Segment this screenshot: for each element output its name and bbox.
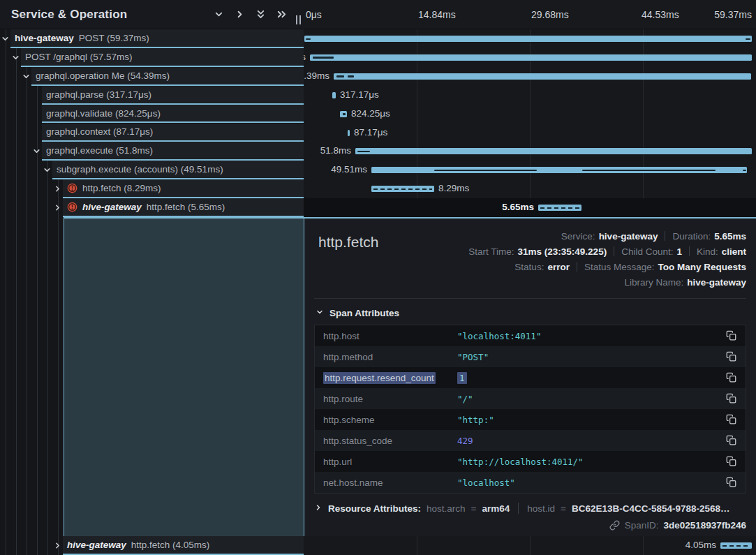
waterfall-row[interactable]: 49.51ms	[304, 161, 756, 179]
attribute-key: http.host	[323, 331, 457, 341]
tree-row[interactable]: graphql.validate (824.25μs)	[0, 105, 304, 124]
span-operation-label: http.fetch (8.29ms)	[82, 183, 161, 193]
meta-label: Status Message:	[584, 262, 655, 272]
chevron-down-icon[interactable]	[43, 165, 52, 175]
span-id-row: SpanID: 3de02518937fb246	[314, 520, 746, 531]
expand-all-icon[interactable]	[276, 9, 287, 20]
meta-label: Service:	[561, 231, 595, 242]
meta-separator	[614, 246, 614, 256]
tree-row-content[interactable]: hive-gatewayhttp.fetch (5.65ms)	[63, 198, 304, 217]
child-span-mark	[313, 57, 334, 59]
tree-row-content[interactable]: subgraph.execute (accounts) (49.51ms)	[52, 161, 304, 179]
collapse-one-icon[interactable]	[214, 9, 224, 20]
chevron-down-icon[interactable]	[1, 34, 10, 43]
span-duration-bar[interactable]	[310, 54, 752, 61]
tree-row-content[interactable]: graphql.parse (317.17μs)	[42, 86, 304, 105]
child-span-mark	[343, 113, 346, 115]
span-duration-bar[interactable]	[304, 36, 752, 42]
tree-row[interactable]: graphql.parse (317.17μs)	[0, 86, 304, 105]
span-duration-bar[interactable]	[334, 73, 751, 80]
tree-row[interactable]: graphql.operation Me (54.39ms)	[0, 67, 304, 86]
span-duration-bar[interactable]	[538, 205, 581, 211]
span-duration-label: 49.51ms	[331, 161, 367, 179]
attribute-key: http.scheme	[323, 415, 457, 425]
span-duration-bar[interactable]	[371, 186, 434, 192]
link-icon[interactable]	[609, 520, 620, 531]
tree-row-content[interactable]: hive-gatewayhttp.fetch (4.05ms)	[63, 536, 304, 555]
waterfall-row[interactable]	[304, 29, 756, 48]
tree-row-content[interactable]: graphql.validate (824.25μs)	[42, 105, 304, 124]
chevron-right-icon[interactable]	[53, 184, 63, 193]
copy-icon[interactable]	[726, 372, 737, 383]
waterfall-row[interactable]: 317.17μs	[304, 86, 756, 105]
copy-icon[interactable]	[726, 456, 737, 467]
tree-row-content[interactable]: graphql.execute (51.8ms)	[42, 142, 304, 161]
tree-row-content[interactable]: graphql.context (87.17μs)	[42, 124, 304, 142]
span-duration-bar[interactable]	[355, 148, 752, 154]
copy-icon[interactable]	[726, 393, 737, 404]
waterfall-row[interactable]: 57.57ms	[304, 48, 756, 67]
attribute-key: net.host.name	[323, 478, 457, 488]
copy-icon[interactable]	[726, 414, 737, 425]
meta-line: Status:errorStatus Message:Too Many Requ…	[514, 259, 746, 274]
waterfall-row[interactable]: 54.39ms	[304, 67, 756, 86]
waterfall-row-selected[interactable]: 5.65ms	[304, 198, 756, 217]
child-span-mark	[348, 75, 354, 77]
tree-row-content[interactable]: http.fetch (8.29ms)	[63, 179, 304, 198]
span-duration-bar[interactable]	[720, 542, 752, 549]
tree-panel-header: Service & Operation	[0, 0, 304, 29]
waterfall-row[interactable]: 51.8ms	[304, 142, 756, 161]
resource-value: arm64	[482, 503, 510, 514]
tree-row[interactable]: graphql.execute (51.8ms)	[0, 142, 304, 161]
chevron-down-icon[interactable]	[22, 71, 31, 81]
expand-one-icon[interactable]	[235, 9, 245, 20]
resource-attributes-title[interactable]: Resource Attributes:	[328, 503, 421, 514]
waterfall-row[interactable]: 824.25μs	[304, 105, 756, 124]
span-duration-bar[interactable]	[332, 92, 336, 98]
waterfall-row[interactable]: 87.17μs	[304, 124, 756, 142]
tree-row-content[interactable]: POST /graphql (57.57ms)	[21, 48, 304, 67]
span-attributes-header[interactable]: Span Attributes	[314, 299, 746, 325]
attribute-value: "/"	[457, 394, 726, 404]
span-id-value: 3de02518937fb246	[663, 520, 746, 531]
resource-attributes-row: Resource Attributes: host.arch=arm64host…	[314, 503, 746, 514]
chevron-right-icon[interactable]	[53, 540, 63, 550]
copy-icon[interactable]	[726, 330, 737, 341]
panel-resize-handle[interactable]	[296, 15, 301, 24]
waterfall-row[interactable]: 4.05ms	[304, 536, 756, 555]
chevron-down-icon[interactable]	[11, 52, 21, 62]
meta-label: Library Name:	[624, 277, 683, 288]
child-span-mark	[357, 151, 370, 153]
tree-row[interactable]: hive-gatewayPOST (59.37ms)	[0, 29, 304, 48]
tree-row[interactable]: subgraph.execute (accounts) (49.51ms)	[0, 161, 304, 179]
collapse-all-icon[interactable]	[255, 9, 266, 20]
span-duration-label: 51.8ms	[320, 142, 351, 161]
copy-icon[interactable]	[726, 351, 737, 362]
tree-row-content[interactable]: hive-gatewayPOST (59.37ms)	[10, 29, 304, 48]
timeline-tick: 14.84ms	[418, 9, 456, 20]
attribute-row: http.url"http://localhost:4011/"	[315, 451, 746, 472]
span-duration-label: 5.65ms	[502, 198, 534, 217]
span-duration-bar[interactable]	[348, 130, 350, 136]
span-operation-label: graphql.validate (824.25μs)	[46, 108, 161, 119]
waterfall-row[interactable]: 8.29ms	[304, 179, 756, 198]
tree-row[interactable]: POST /graphql (57.57ms)	[0, 48, 304, 67]
child-span-mark	[336, 75, 344, 77]
tree-row-content[interactable]: graphql.operation Me (54.39ms)	[31, 67, 304, 86]
resource-key: host.id	[527, 503, 555, 514]
tree-row[interactable]: http.fetch (8.29ms)	[0, 179, 304, 198]
tree-row[interactable]: graphql.context (87.17μs)	[0, 124, 304, 142]
copy-icon[interactable]	[726, 477, 737, 488]
span-attributes-table: http.host"localhost:4011"http.method"POS…	[314, 325, 746, 494]
copy-icon[interactable]	[726, 435, 737, 446]
span-duration-bar[interactable]	[340, 111, 347, 117]
chevron-right-icon[interactable]	[53, 202, 63, 212]
child-span-mark	[743, 170, 746, 172]
tree-row[interactable]: hive-gatewayhttp.fetch (5.65ms)	[0, 198, 304, 217]
meta-value: client	[722, 246, 746, 257]
child-span-mark	[582, 170, 716, 172]
meta-value: hive-gateway	[599, 231, 658, 242]
chevron-down-icon[interactable]	[32, 146, 42, 156]
span-duration-bar[interactable]	[371, 167, 747, 173]
tree-row[interactable]: hive-gatewayhttp.fetch (4.05ms)	[0, 536, 304, 555]
